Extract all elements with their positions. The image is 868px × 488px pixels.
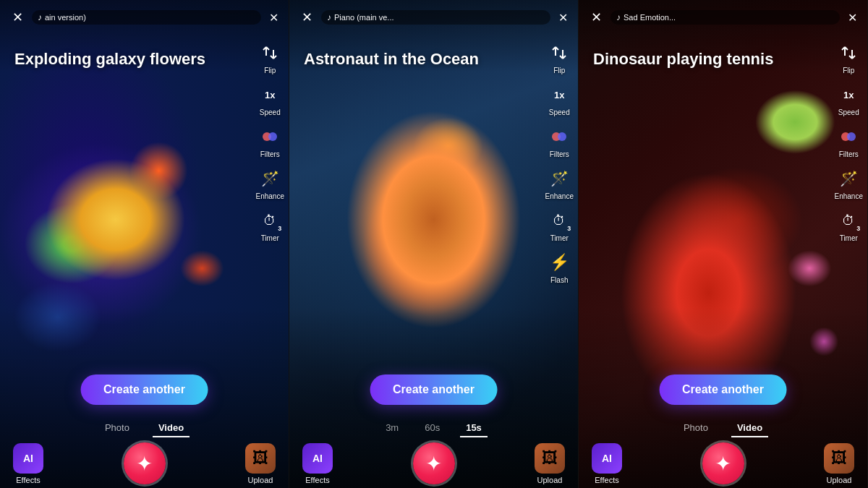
svg-point-5: [847, 132, 856, 141]
panel-2-dismiss-btn[interactable]: ✕: [555, 9, 571, 25]
panel-2-upload-btn[interactable]: 🖼 Upload: [535, 443, 565, 484]
panel-1-flip-label: Flip: [264, 67, 276, 74]
panel-2-flash-btn[interactable]: ⚡ Flash: [546, 249, 572, 284]
panel-1-upload-img-icon: 🖼: [252, 449, 268, 468]
panel-1-flip-btn[interactable]: Flip: [257, 40, 283, 74]
panel-3-right-controls: Flip 1x Speed Filters 🪄 Enhance ⏱ 3 Tim: [835, 40, 863, 242]
panel-2-speed-btn[interactable]: 1x Speed: [546, 82, 572, 116]
panel-1-title: Exploding galaxy flowers: [14, 49, 238, 70]
panel-1-tab-photo[interactable]: Photo: [99, 419, 135, 437]
panel-1-speed-label: Speed: [260, 108, 281, 116]
panel-2-timer-label: Timer: [550, 234, 569, 242]
panel-1-flip-icon: [257, 40, 283, 66]
panel-3-dismiss-btn[interactable]: ✕: [844, 9, 860, 25]
panel-2-music-tag[interactable]: ♪ Piano (main ve...: [321, 10, 550, 25]
panel-2-ai-text: AI: [312, 453, 323, 464]
panel-2-effects-icon: AI: [302, 443, 333, 474]
panel-3-enhance-btn[interactable]: 🪄 Enhance: [835, 166, 863, 200]
panel-1-upload-label: Upload: [248, 476, 273, 484]
panel-2-tab-15s[interactable]: 15s: [460, 419, 488, 437]
panel-1-top-bar: ✕ ♪ ain version) ✕: [0, 0, 289, 35]
svg-point-1: [268, 132, 277, 141]
panel-2-time-tabs: 3m 60s 15s: [289, 419, 578, 437]
panel-2-speed-label: Speed: [549, 108, 570, 116]
panel-2-bottom-bar: AI Effects ✦ 🖼 Upload: [289, 439, 578, 488]
panel-2-speed-icon: 1x: [546, 82, 572, 108]
panel-2-enhance-label: Enhance: [545, 192, 574, 200]
panel-2-close-icon[interactable]: ✕: [297, 7, 317, 27]
panel-2-filters-btn[interactable]: Filters: [546, 124, 572, 158]
panel-1-close-icon[interactable]: ✕: [7, 7, 27, 27]
panel-3-speed-icon: 1x: [835, 82, 861, 108]
panel-3-music-tag[interactable]: ♪ Sad Emotion...: [610, 10, 840, 25]
panel-2-tab-3m[interactable]: 3m: [380, 419, 404, 437]
panel-1-filters-label: Filters: [260, 150, 280, 158]
panel-3-speed-btn[interactable]: 1x Speed: [835, 82, 861, 116]
panel-2-flip-icon: [546, 40, 572, 66]
panel-galaxy: ✕ ♪ ain version) ✕ Exploding galaxy flow…: [0, 0, 289, 488]
panel-1-timer-icon: ⏱ 3: [257, 207, 283, 234]
panel-1-upload-btn[interactable]: 🖼 Upload: [245, 443, 276, 484]
panel-2-flip-btn[interactable]: Flip: [546, 40, 572, 74]
panel-1-dismiss-btn[interactable]: ✕: [265, 9, 281, 25]
panel-3-tab-video[interactable]: Video: [731, 419, 768, 437]
panel-1-timer-label: Timer: [261, 234, 279, 242]
panel-2-create-btn[interactable]: Create another: [370, 374, 498, 405]
panel-3-close-icon[interactable]: ✕: [586, 7, 606, 27]
panel-1-music-icon: ♪: [38, 12, 42, 22]
panel-1-filters-btn[interactable]: Filters: [257, 124, 283, 158]
panel-3-capture-btn[interactable]: ✦: [702, 442, 744, 484]
panel-2-flash-icon: ⚡: [546, 249, 572, 275]
panel-3-ai-text: AI: [602, 453, 612, 464]
panel-2-timer-btn[interactable]: ⏱ 3 Timer: [546, 207, 572, 242]
panel-3-timer-icon: ⏱ 3: [835, 207, 861, 234]
panel-dinosaur: ✕ ♪ Sad Emotion... ✕ Dinosaur playing te…: [579, 0, 868, 488]
panel-3-enhance-label: Enhance: [835, 192, 863, 200]
panel-3-upload-btn[interactable]: 🖼 Upload: [824, 443, 854, 484]
panel-2-filters-label: Filters: [550, 150, 569, 158]
panel-1-effects-icon: AI: [13, 443, 43, 474]
panel-1-sparkle-icon: ✦: [136, 452, 153, 476]
panel-2-timer-icon: ⏱ 3: [546, 207, 572, 234]
panel-1-enhance-btn[interactable]: 🪄 Enhance: [256, 166, 284, 200]
panel-3-effects-btn[interactable]: AI Effects: [592, 443, 622, 484]
panel-1-enhance-label: Enhance: [256, 192, 284, 200]
panel-1-bottom-bar: AI Effects ✦ 🖼 Upload: [0, 439, 289, 488]
panel-1-filters-icon: [257, 124, 283, 150]
svg-point-3: [558, 132, 566, 141]
panel-1-effects-label: Effects: [16, 476, 40, 484]
panel-3-title: Dinosaur playing tennis: [593, 49, 817, 70]
panel-3-filters-btn[interactable]: Filters: [835, 124, 861, 158]
panel-2-flip-label: Flip: [553, 67, 565, 74]
panel-1-music-tag[interactable]: ♪ ain version): [32, 10, 261, 25]
panel-1-ai-text: AI: [23, 453, 33, 464]
panel-2-effects-btn[interactable]: AI Effects: [302, 443, 333, 484]
panel-2-music-text: Piano (main ve...: [334, 13, 394, 22]
panel-2-filters-icon: [546, 124, 572, 150]
panel-3-create-btn[interactable]: Create another: [659, 374, 787, 405]
panel-2-upload-label: Upload: [537, 476, 563, 484]
panel-3-top-bar: ✕ ♪ Sad Emotion... ✕: [579, 0, 867, 35]
panel-3-upload-icon: 🖼: [824, 443, 854, 474]
panel-3-tab-photo[interactable]: Photo: [678, 419, 714, 437]
panel-2-capture-btn[interactable]: ✦: [413, 442, 455, 484]
panel-2-music-icon: ♪: [327, 12, 331, 22]
panel-1-timer-btn[interactable]: ⏱ 3 Timer: [257, 207, 283, 242]
panel-1-capture-btn[interactable]: ✦: [124, 442, 166, 484]
panel-2-enhance-btn[interactable]: 🪄 Enhance: [545, 166, 574, 200]
panel-1-create-btn[interactable]: Create another: [80, 374, 208, 405]
panel-3-bottom-bar: AI Effects ✦ 🖼 Upload: [579, 439, 867, 488]
panel-3-flip-icon: [835, 40, 861, 66]
panel-1-tabs: Photo Video: [0, 419, 289, 437]
panel-1-speed-btn[interactable]: 1x Speed: [257, 82, 283, 116]
panel-3-timer-btn[interactable]: ⏱ 3 Timer: [835, 207, 861, 242]
panel-1-tab-video[interactable]: Video: [153, 419, 190, 437]
panel-2-tab-60s[interactable]: 60s: [419, 419, 446, 437]
panel-2-top-bar: ✕ ♪ Piano (main ve... ✕: [289, 0, 578, 35]
panel-1-effects-btn[interactable]: AI Effects: [13, 443, 43, 484]
panel-3-flip-btn[interactable]: Flip: [835, 40, 861, 74]
panel-3-enhance-icon: 🪄: [835, 166, 861, 192]
panel-2-effects-label: Effects: [305, 476, 329, 484]
panel-3-speed-label: Speed: [838, 108, 859, 116]
panel-2-right-controls: Flip 1x Speed Filters 🪄 Enhance ⏱ 3 Tim: [545, 40, 574, 284]
